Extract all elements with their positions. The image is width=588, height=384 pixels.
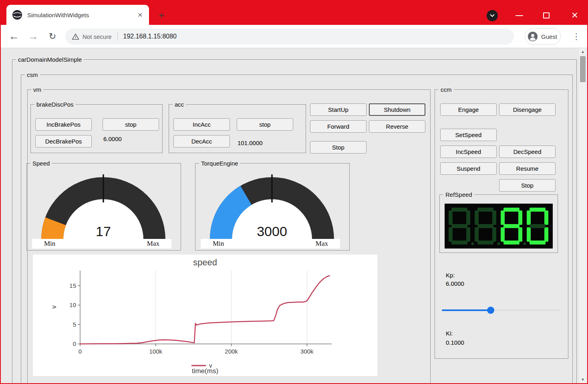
speed-line-chart: 0100k200k300k051015speedvtime(ms)v — [33, 255, 377, 376]
kp-label: Kp: — [446, 271, 455, 279]
profile-button[interactable]: Guest — [525, 28, 561, 45]
forward-button[interactable]: → — [25, 25, 42, 48]
kp-value: 6.0000 — [446, 280, 464, 288]
svg-text:100k: 100k — [149, 348, 163, 355]
scroll-down-icon[interactable]: ▼ — [579, 376, 586, 383]
resume-button[interactable]: Resume — [499, 162, 556, 175]
chevron-down-icon — [490, 14, 495, 17]
web-page: carDomainModelSimple csm vm ccm brakeDis… — [1, 48, 587, 383]
maximize-button[interactable] — [543, 12, 550, 18]
ki-value: 0.1000 — [446, 339, 464, 347]
svg-text:5: 5 — [73, 321, 76, 328]
shutdown-button[interactable]: Shutdown — [369, 103, 425, 116]
navigation-bar: ← → ↻ Not secure 192.168.1.15:8080 Guest… — [1, 25, 587, 48]
browser-tab[interactable]: SimulationWithWidgets × — [6, 5, 149, 25]
scroll-up-icon[interactable]: ▲ — [579, 48, 586, 55]
suspend-button[interactable]: Suspend — [440, 162, 497, 175]
security-status-label: Not secure — [83, 33, 112, 40]
svg-text:15: 15 — [69, 282, 76, 289]
reverse-mode-button[interactable]: Reverse — [369, 120, 425, 133]
inc-brake-pos-button[interactable]: IncBrakePos — [35, 118, 92, 131]
acc-stop-button[interactable]: stop — [237, 118, 293, 131]
ki-label: Ki: — [446, 329, 453, 338]
forward-mode-button[interactable]: Forward — [310, 120, 366, 133]
scrollbar-thumb[interactable] — [580, 56, 586, 82]
disengage-button[interactable]: Disengage — [499, 103, 556, 116]
svg-text:10: 10 — [69, 301, 76, 308]
site-favicon-icon — [12, 10, 22, 20]
inc-speed-button[interactable]: IncSpeed — [440, 146, 497, 158]
page-scrollbar[interactable]: ▲ ▼ — [579, 48, 586, 383]
minimize-button[interactable] — [516, 15, 523, 16]
svg-text:200k: 200k — [225, 348, 238, 355]
torque-gauge-min-label: Min — [213, 240, 224, 248]
svg-text:0: 0 — [73, 340, 76, 347]
speed-gauge-min-label: Min — [44, 240, 55, 248]
new-tab-button[interactable]: + — [155, 10, 167, 22]
browser-menu-button[interactable]: ⋮ — [571, 31, 582, 42]
guest-avatar-icon — [528, 30, 538, 42]
torque-gauge-max-label: Max — [316, 240, 328, 248]
group-label: acc — [173, 101, 186, 109]
reload-button[interactable]: ↻ — [44, 25, 61, 48]
inc-acc-button[interactable]: IncAcc — [173, 118, 230, 131]
kp-slider-thumb[interactable] — [487, 307, 494, 314]
dec-brake-pos-button[interactable]: DecBrakePos — [35, 135, 92, 148]
group-label: ccm — [439, 86, 454, 94]
svg-text:v: v — [50, 305, 57, 309]
speed-gauge-max-label: Max — [147, 240, 159, 248]
group-label: csm — [25, 71, 40, 79]
speed-chart-panel: 0100k200k300k051015speedvtime(ms)v — [33, 255, 377, 376]
group-label: Speed — [30, 160, 52, 168]
dec-acc-button[interactable]: DecAcc — [173, 135, 230, 148]
tab-title: SimulationWithWidgets — [27, 12, 135, 18]
close-button[interactable]: × — [569, 10, 580, 22]
svg-text:time(ms): time(ms) — [192, 367, 218, 375]
brake-pos-value: 6.0000 — [103, 135, 122, 143]
svg-text:speed: speed — [193, 257, 217, 267]
tab-close-icon[interactable]: × — [135, 10, 145, 20]
set-speed-button[interactable]: SetSpeed — [440, 129, 497, 141]
titlebar: SimulationWithWidgets × + × — [0, 0, 588, 25]
address-bar[interactable]: Not secure 192.168.1.15:8080 — [65, 28, 514, 44]
back-button[interactable]: ← — [6, 25, 22, 48]
brake-stop-button[interactable]: stop — [103, 118, 159, 131]
acc-value: 101.0000 — [238, 139, 263, 147]
group-label: vm — [31, 86, 43, 94]
torque-gauge-value: 3000 — [232, 223, 312, 239]
ccm-stop-button[interactable]: Stop — [499, 179, 556, 192]
profile-label: Guest — [541, 33, 557, 40]
svg-text:v: v — [209, 362, 212, 369]
group-label: RefSpeed — [443, 191, 474, 199]
media-controls-button[interactable] — [487, 10, 498, 21]
kp-slider-fill — [442, 309, 491, 311]
svg-text:0: 0 — [79, 348, 82, 355]
torque-gauge-scale: Min Max — [201, 239, 340, 249]
engage-button[interactable]: Engage — [440, 103, 497, 116]
dec-speed-button[interactable]: DecSpeed — [499, 146, 556, 158]
group-label: brakeDiscPos — [34, 101, 76, 109]
ref-speed-seven-segment-display — [445, 204, 553, 249]
group-label: carDomainModelSimple — [16, 56, 84, 64]
omnibox-divider — [117, 32, 118, 40]
vm-stop-button[interactable]: Stop — [310, 141, 366, 154]
startup-button[interactable]: StartUp — [310, 103, 366, 116]
speed-gauge-scale: Min Max — [32, 239, 171, 249]
group-label: TorqueEngine — [199, 160, 240, 168]
speed-gauge-value: 17 — [63, 223, 143, 239]
not-secure-warning-icon — [72, 33, 79, 40]
svg-text:300k: 300k — [300, 348, 314, 355]
url-text: 192.168.1.15:8080 — [123, 33, 177, 40]
